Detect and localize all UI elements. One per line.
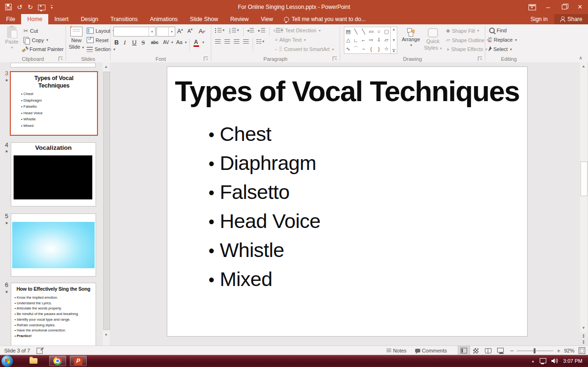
shape-gallery-more-icon[interactable]: ▼ <box>392 49 395 53</box>
start-button[interactable] <box>1 355 13 367</box>
shape-arrow-line-icon[interactable]: ╲ <box>360 27 367 36</box>
paragraph-dialog-launcher[interactable]: ↘ <box>333 57 337 61</box>
shape-fill-button[interactable]: ◆ Shape Fill▾ <box>446 28 479 34</box>
slide-6-thumbnail[interactable]: How to Effectively Sing the Song Know th… <box>11 283 96 346</box>
main-vertical-scrollbar[interactable]: ▲ ▼ ▲▲ ▼▼ <box>580 62 587 345</box>
shape-triangle-icon[interactable]: △ <box>344 36 352 45</box>
fit-slide-to-window-icon[interactable] <box>579 347 585 354</box>
shape-down-arrow-icon[interactable]: ⇩ <box>375 36 382 45</box>
select-button[interactable]: Select ▾ <box>489 46 512 52</box>
italic-button[interactable]: I <box>124 39 126 46</box>
slide-bullet[interactable]: Falsetto <box>208 178 527 207</box>
slide-bullet-list[interactable]: Chest Diaphragm Falsetto Head Voice Whis… <box>208 120 527 294</box>
zoom-in-button[interactable]: + <box>557 347 560 354</box>
font-name-dropdown[interactable]: ▾ <box>149 27 155 36</box>
font-color-button[interactable]: A▾ <box>194 39 204 45</box>
restore-button[interactable] <box>556 0 572 14</box>
shape-scroll-up-icon[interactable]: ▲ <box>392 28 395 31</box>
start-from-beginning-icon[interactable] <box>38 5 45 10</box>
clipboard-dialog-launcher[interactable]: ↘ <box>59 57 63 61</box>
shape-textbox-icon[interactable]: ▤ <box>344 27 352 36</box>
slide-show-button[interactable] <box>494 346 506 355</box>
font-size-dropdown[interactable]: ▾ <box>168 27 175 36</box>
thumbnail-scrollbar-thumb[interactable] <box>103 72 110 330</box>
character-spacing-button[interactable]: AV▾ <box>163 40 173 45</box>
spelling-notes-icon[interactable] <box>37 348 43 354</box>
clear-formatting-button[interactable]: A◤ <box>199 28 206 35</box>
zoom-level[interactable]: 92% <box>564 348 574 353</box>
network-icon[interactable] <box>540 358 546 363</box>
shape-scribble-icon[interactable]: ∿ <box>344 44 352 53</box>
shape-oval-icon[interactable]: ○ <box>375 27 382 36</box>
taskbar-powerpoint[interactable]: P <box>70 356 87 366</box>
taskbar-file-explorer[interactable] <box>25 356 42 366</box>
collapse-ribbon-button[interactable]: ∧ <box>579 55 582 60</box>
speaker-icon[interactable] <box>551 358 558 364</box>
zoom-slider-handle[interactable] <box>534 348 536 353</box>
justify-button[interactable] <box>242 38 250 45</box>
save-icon[interactable] <box>5 4 12 10</box>
zoom-out-button[interactable]: − <box>510 347 514 354</box>
align-right-button[interactable] <box>233 38 240 45</box>
shape-arc-icon[interactable]: ⌒ <box>352 44 359 53</box>
drawing-dialog-launcher[interactable]: ↘ <box>478 57 482 61</box>
align-left-button[interactable] <box>214 38 222 45</box>
zoom-slider[interactable] <box>517 351 553 351</box>
paste-button[interactable]: Paste ▾ <box>4 27 20 50</box>
cut-button[interactable]: ✂ Cut <box>23 28 38 34</box>
shape-right-brace-icon[interactable]: } <box>375 44 382 53</box>
slide-sorter-view-button[interactable] <box>470 346 482 355</box>
shape-scroll-down-icon[interactable]: ▼ <box>392 38 395 42</box>
tab-insert[interactable]: Insert <box>48 14 74 24</box>
slide-2-thumbnail-partial[interactable] <box>10 63 96 67</box>
slide-bullet[interactable]: Whistle <box>208 236 527 265</box>
shape-rectangle-icon[interactable]: ▭ <box>367 27 375 36</box>
font-name-combo[interactable]: ▾ <box>113 27 156 37</box>
thumbnail-scroll-down-icon[interactable]: ▼ <box>103 331 110 339</box>
redo-icon[interactable]: ↻ <box>28 4 33 10</box>
change-case-button[interactable]: Aa▾ <box>176 39 186 45</box>
undo-icon[interactable]: ↺ <box>17 4 22 10</box>
normal-view-button[interactable] <box>458 346 470 355</box>
slide-bullet[interactable]: Diaphragm <box>208 149 527 178</box>
text-direction-button[interactable]: ↕ Text Direction▾ <box>275 28 320 33</box>
slide-5-thumbnail[interactable] <box>11 213 96 277</box>
slide-canvas[interactable]: Types of Vocal Techniques Chest Diaphrag… <box>167 67 527 336</box>
shape-outline-button[interactable]: ▱ Shape Outline▾ <box>446 37 489 43</box>
bullets-button[interactable]: ▾ <box>214 27 225 34</box>
tab-transitions[interactable]: Transitions <box>104 14 144 24</box>
tab-view[interactable]: View <box>255 14 279 24</box>
ribbon-display-options-button[interactable] <box>524 0 540 14</box>
replace-button[interactable]: ab ac Replace ▾ <box>488 37 517 43</box>
copy-button[interactable]: Copy ▾ <box>23 37 48 43</box>
tab-home[interactable]: Home <box>21 14 48 24</box>
font-size-combo[interactable]: ▾ <box>156 27 175 37</box>
shape-star-icon[interactable]: ☆ <box>383 44 390 53</box>
shape-line-icon[interactable]: ╲ <box>352 27 359 36</box>
text-shadow-button[interactable]: abc <box>151 40 158 45</box>
tab-slide-show[interactable]: Slide Show <box>184 14 224 24</box>
main-scrollbar-thumb[interactable] <box>581 161 588 196</box>
convert-smartart-button[interactable]: ⌐ Convert to SmartArt▾ <box>275 46 334 52</box>
font-dialog-launcher[interactable]: ↘ <box>204 57 208 61</box>
strikethrough-button[interactable]: S <box>141 39 145 46</box>
thumbnail-scrollbar[interactable]: ▲ ▼ <box>103 62 110 345</box>
slide-bullet[interactable]: Head Voice <box>208 207 527 236</box>
taskbar-chrome[interactable] <box>49 356 66 366</box>
shrink-font-button[interactable]: A▾ <box>187 28 193 34</box>
tab-design[interactable]: Design <box>74 14 104 24</box>
notes-toggle[interactable]: Notes <box>382 346 411 355</box>
slide-bullet[interactable]: Mixed <box>208 265 527 294</box>
shape-flowchart-icon[interactable]: ▱ <box>383 36 390 45</box>
bold-button[interactable]: B <box>114 39 119 46</box>
close-button[interactable]: × <box>572 0 588 14</box>
next-slide-button[interactable]: ▼▼ <box>580 340 587 344</box>
shape-elbow-icon[interactable]: ∟ <box>352 36 359 45</box>
minimize-button[interactable]: – <box>540 0 556 14</box>
reset-button[interactable]: Reset <box>87 37 108 43</box>
sign-in-link[interactable]: Sign in <box>524 14 554 24</box>
align-center-button[interactable] <box>223 38 231 45</box>
scroll-down-icon[interactable]: ▼ <box>580 324 587 331</box>
thumbnail-scroll-up-icon[interactable]: ▲ <box>103 63 110 71</box>
slide-title[interactable]: Types of Vocal Techniques <box>167 67 527 110</box>
